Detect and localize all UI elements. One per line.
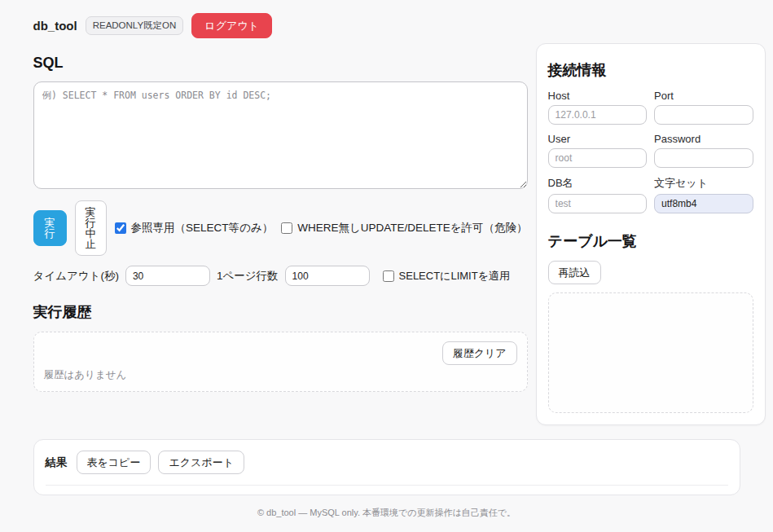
results-panel: 結果 表をコピー エクスポート — [33, 439, 740, 495]
page-rows-input[interactable] — [285, 266, 370, 286]
password-label: Password — [654, 133, 753, 145]
export-button[interactable]: エクスポート — [158, 451, 244, 474]
results-divider — [46, 485, 728, 486]
host-field[interactable] — [548, 105, 648, 125]
unsafe-checkbox-label[interactable]: WHERE無しUPDATE/DELETEを許可（危険） — [281, 221, 527, 235]
footer-text: © db_tool — MySQL only. 本番環境での更新操作は自己責任で… — [33, 507, 740, 519]
host-label: Host — [548, 90, 648, 102]
results-heading: 結果 — [46, 455, 68, 470]
app-title: db_tool — [33, 19, 77, 33]
sql-controls-row: 実行 実行中止 参照専用（SELECT等のみ） WHERE無しUPDATE/DE… — [33, 200, 528, 256]
history-heading: 実行履歴 — [33, 302, 528, 322]
sql-input[interactable] — [33, 81, 528, 189]
page-container: db_tool READONLY既定ON ログアウト SQL 実行 実行中止 参… — [33, 0, 740, 519]
connection-heading: 接続情報 — [548, 60, 753, 80]
password-field[interactable] — [654, 148, 753, 168]
page-rows-label: 1ページ行数 — [217, 269, 279, 284]
connection-form: Host Port User Password DB名 — [548, 90, 753, 213]
readonly-badge: READONLY既定ON — [86, 16, 184, 35]
unsafe-checkbox[interactable] — [281, 222, 292, 234]
copy-table-button[interactable]: 表をコピー — [77, 451, 152, 474]
timeout-label: タイムアウト(秒) — [33, 269, 119, 284]
user-label: User — [548, 133, 648, 145]
main-columns: SQL 実行 実行中止 参照専用（SELECT等のみ） WHERE無しUPDAT… — [33, 43, 740, 425]
tables-reload-button[interactable]: 再読込 — [548, 261, 601, 284]
right-panel: 接続情報 Host Port User Password — [536, 43, 766, 425]
port-label: Port — [654, 90, 753, 102]
user-field[interactable] — [548, 148, 648, 168]
history-clear-button[interactable]: 履歴クリア — [442, 341, 517, 365]
sql-heading: SQL — [33, 55, 528, 72]
charset-field[interactable] — [654, 194, 753, 213]
limit-checkbox-label[interactable]: SELECTにLIMITを適用 — [383, 269, 510, 284]
port-field[interactable] — [654, 105, 753, 125]
history-empty-text: 履歴はありません — [44, 368, 517, 382]
dbname-label: DB名 — [548, 176, 648, 191]
dbname-field[interactable] — [548, 194, 648, 213]
history-panel: 履歴クリア 履歴はありません — [33, 332, 528, 392]
tables-heading: テーブル一覧 — [548, 231, 753, 251]
readonly-checkbox-label[interactable]: 参照専用（SELECT等のみ） — [115, 221, 274, 235]
readonly-checkbox[interactable] — [115, 222, 126, 234]
logout-button[interactable]: ログアウト — [191, 13, 272, 38]
top-bar: db_tool READONLY既定ON ログアウト — [33, 13, 740, 38]
timeout-input[interactable] — [125, 266, 210, 286]
stop-button[interactable]: 実行中止 — [75, 200, 107, 256]
left-column: SQL 実行 実行中止 参照専用（SELECT等のみ） WHERE無しUPDAT… — [33, 43, 528, 392]
sql-options-row: タイムアウト(秒) 1ページ行数 SELECTにLIMITを適用 — [33, 266, 528, 286]
limit-checkbox[interactable] — [383, 270, 394, 282]
tables-list-panel — [548, 292, 753, 413]
charset-label: 文字セット — [654, 176, 753, 191]
run-button[interactable]: 実行 — [33, 210, 67, 246]
